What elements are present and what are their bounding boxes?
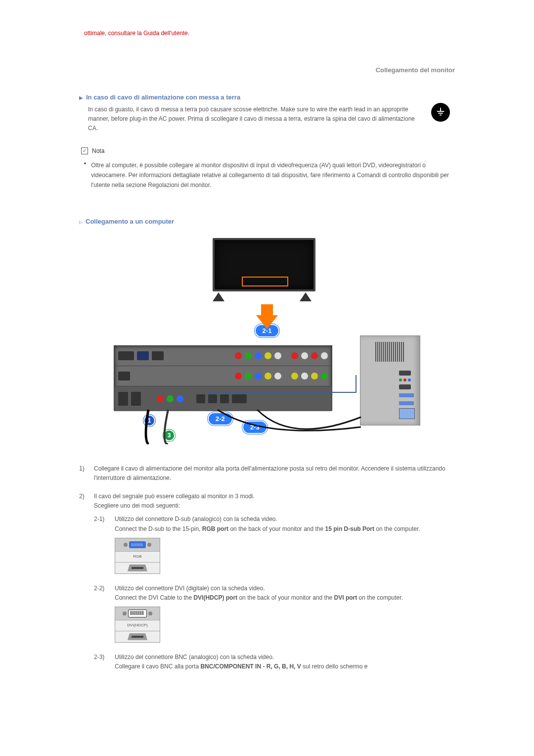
badge-1: 1 <box>143 415 155 426</box>
connecting-heading-row: ▷ Collegamento a un computer <box>79 218 455 229</box>
step-2-1-line2: Connect the D-sub to the 15-pin, RGB por… <box>115 524 420 534</box>
connection-diagram: 2-1 <box>114 238 420 444</box>
zoom-rectangle-icon <box>242 277 288 286</box>
step-2-1-num: 2-1) <box>94 515 108 580</box>
grounding-heading: In caso di cavo di alimentazione con mes… <box>86 94 240 101</box>
top-red-note: ottimale, consultare la Guida dell'utent… <box>84 30 455 37</box>
diagram-panel: 1 3 2-2 2-3 <box>114 331 420 444</box>
monitor-icon <box>213 238 321 302</box>
step-2-intro: Il cavo del segnale può essere collegato… <box>94 492 455 501</box>
step-1-num: 1) <box>79 464 88 483</box>
nota-body: • Oltre al computer, è possibile collega… <box>79 160 455 190</box>
document-page: ottimale, consultare la Guida dell'utent… <box>69 0 465 723</box>
rgb-port-label: RGB <box>115 552 160 563</box>
step-2-1-line1: Utilizzo del connettore D-sub (analogico… <box>115 515 420 524</box>
step-2-2-line2: Connect the DVI Cable to the DVI(HDCP) p… <box>115 593 403 603</box>
grounding-block: In caso di guasto, il cavo di messa a te… <box>79 105 455 134</box>
nota-text: Oltre al computer, è possibile collegare… <box>91 160 455 190</box>
connecting-heading: Collegamento a un computer <box>86 218 174 225</box>
nota-row: ✓ Nota <box>81 147 455 154</box>
step-2-3-line1: Utilizzo del connettore BNC (analogico) … <box>115 653 368 662</box>
callout-2-2: 2-2 <box>208 412 233 425</box>
ground-icon <box>431 103 450 122</box>
step-2-2-line1: Utilizzo del connettore DVI (digitale) c… <box>115 584 403 593</box>
step-2: 2) Il cavo del segnale può essere colleg… <box>79 492 455 674</box>
dvi-port-label: DVI(HDCP) <box>115 620 160 631</box>
monitor-back-panel-icon <box>114 345 332 411</box>
bullet-dot-icon: • <box>84 160 86 190</box>
section-title: Collegamento del monitor <box>79 66 455 74</box>
checkbox-icon: ✓ <box>81 147 88 154</box>
steps-list: 1) Collegare il cavo di alimentazione de… <box>79 464 455 674</box>
callout-2-3: 2-3 <box>242 421 267 434</box>
step-2-3-num: 2-3) <box>94 653 108 671</box>
step-2-num: 2) <box>79 492 88 674</box>
step-1: 1) Collegare il cavo di alimentazione de… <box>79 464 455 483</box>
step-2-3: 2-3) Utilizzo del connettore BNC (analog… <box>94 653 455 671</box>
chevron-icon: ▷ <box>79 220 83 225</box>
arrow-icon: ▶ <box>79 95 83 100</box>
badge-3: 3 <box>163 429 175 441</box>
step-2-2: 2-2) Utilizzo del connettore DVI (digita… <box>94 584 455 650</box>
grounding-heading-row: ▶ In caso di cavo di alimentazione con m… <box>79 94 455 105</box>
dvi-port-illustration: DVI(HDCP) <box>115 607 160 643</box>
step-2-2-num: 2-2) <box>94 584 108 650</box>
step-2-3-line2: Collegare il cavo BNC alla porta BNC/COM… <box>115 662 368 671</box>
grounding-text: In caso di guasto, il cavo di messa a te… <box>88 105 415 134</box>
step-2-1: 2-1) Utilizzo del connettore D-sub (anal… <box>94 515 455 580</box>
step-2-subline: Scegliere uno dei modi seguenti: <box>94 501 455 511</box>
step-1-text: Collegare il cavo di alimentazione del m… <box>94 464 455 483</box>
rgb-port-illustration: RGB <box>115 538 160 574</box>
arrow-down-icon <box>256 315 278 329</box>
pc-tower-icon <box>360 335 420 425</box>
nota-label: Nota <box>92 147 104 154</box>
